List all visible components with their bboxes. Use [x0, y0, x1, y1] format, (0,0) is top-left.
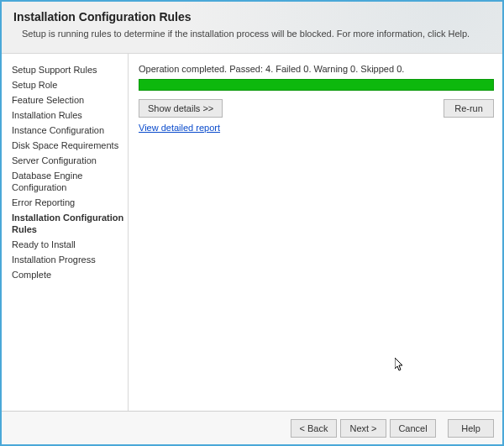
wizard-header: Installation Configuration Rules Setup i… — [2, 2, 502, 54]
next-button[interactable]: Next > — [340, 419, 386, 438]
sidebar-item-2[interactable]: Feature Selection — [12, 92, 128, 108]
actions-row: Show details >> Re-run — [139, 99, 494, 118]
sidebar-item-12[interactable]: Complete — [12, 267, 128, 282]
main-content: Operation completed. Passed: 4. Failed 0… — [129, 54, 502, 413]
page-subtitle: Setup is running rules to determine if t… — [22, 29, 491, 39]
rerun-button[interactable]: Re-run — [444, 99, 494, 118]
show-details-button[interactable]: Show details >> — [139, 99, 223, 118]
sidebar-nav: Setup Support RulesSetup RoleFeature Sel… — [2, 54, 129, 413]
sidebar-item-9[interactable]: Installation Configuration Rules — [12, 210, 128, 237]
sidebar-item-3[interactable]: Installation Rules — [12, 108, 128, 123]
view-report-link[interactable]: View detailed report — [139, 123, 220, 133]
sidebar-item-8[interactable]: Error Reporting — [12, 195, 128, 210]
page-title: Installation Configuration Rules — [13, 10, 491, 24]
sidebar-item-1[interactable]: Setup Role — [12, 77, 128, 92]
status-text: Operation completed. Passed: 4. Failed 0… — [139, 64, 494, 74]
cancel-button[interactable]: Cancel — [390, 419, 436, 438]
sidebar-item-10[interactable]: Ready to Install — [12, 237, 128, 252]
sidebar-item-4[interactable]: Instance Configuration — [12, 123, 128, 138]
wizard-body: Setup Support RulesSetup RoleFeature Sel… — [2, 54, 502, 413]
sidebar-item-7[interactable]: Database Engine Configuration — [12, 168, 128, 195]
help-button[interactable]: Help — [448, 419, 494, 438]
progress-bar — [139, 79, 494, 91]
back-button[interactable]: < Back — [291, 419, 337, 438]
sidebar-item-0[interactable]: Setup Support Rules — [12, 62, 128, 77]
sidebar-item-5[interactable]: Disk Space Requirements — [12, 138, 128, 153]
sidebar-item-11[interactable]: Installation Progress — [12, 252, 128, 267]
wizard-footer: < Back Next > Cancel Help — [2, 411, 502, 444]
sidebar-item-6[interactable]: Server Configuration — [12, 153, 128, 168]
